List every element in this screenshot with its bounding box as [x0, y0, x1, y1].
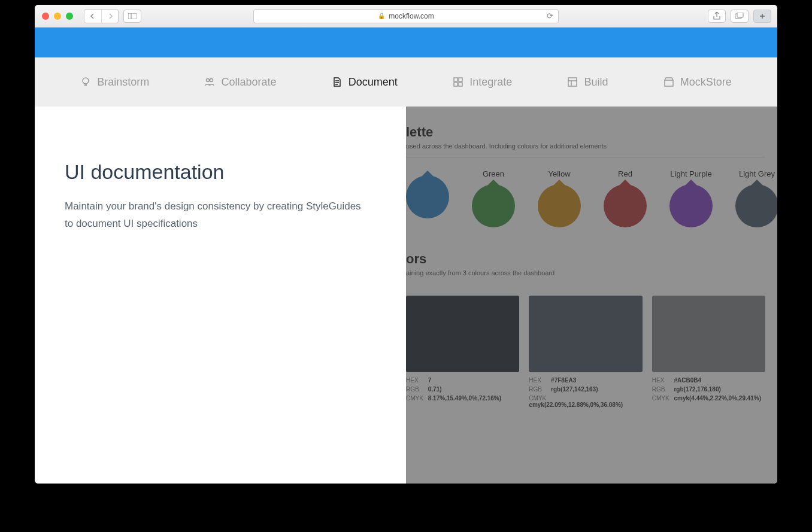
layout-icon	[567, 77, 578, 87]
svg-rect-11	[568, 78, 577, 86]
tab-label: MockStore	[680, 76, 732, 89]
share-button[interactable]	[708, 10, 726, 23]
reload-icon[interactable]: ⟳	[547, 11, 553, 20]
document-icon	[332, 77, 343, 87]
svg-rect-10	[459, 83, 462, 86]
url-text: mockflow.com	[389, 12, 434, 20]
palette-title: lette	[406, 124, 765, 140]
back-button[interactable]	[84, 10, 101, 23]
colors-title: ors	[406, 251, 765, 267]
color-swatch	[529, 296, 642, 372]
drop-label: Yellow	[538, 169, 581, 178]
drop-label: Light Purple	[669, 169, 713, 178]
right-controls	[708, 10, 771, 23]
tab-integrate[interactable]: Integrate	[453, 76, 512, 89]
sidebar-toggle-button[interactable]	[123, 10, 141, 23]
tabs-overview-button[interactable]	[731, 10, 749, 23]
drop-swatch	[604, 184, 647, 227]
nav-button-group	[84, 9, 119, 23]
color-swatch	[406, 296, 519, 372]
lock-icon: 🔒	[378, 13, 385, 19]
grid-icon	[453, 77, 463, 87]
feature-pane: UI documentation Maintain your brand's d…	[35, 107, 406, 484]
color-drop: Green	[472, 169, 515, 227]
maximize-window-button[interactable]	[66, 13, 73, 20]
feature-description: Maintain your brand's design consistency…	[65, 198, 370, 233]
svg-rect-14	[665, 80, 673, 86]
color-meta-line: CMYK cmyk(22.09%,12.88%,0%,36.08%)	[529, 395, 642, 408]
color-meta-line: RGB 0,71)	[406, 386, 519, 393]
titlebar: 🔒 mockflow.com ⟳	[35, 5, 777, 28]
styleguide-panel: lette used across the dashboard. Includi…	[406, 124, 765, 411]
tabs-row: Brainstorm Collaborate Document Integrat…	[35, 57, 777, 107]
drop-swatch	[735, 184, 777, 227]
tab-build[interactable]: Build	[567, 76, 608, 89]
color-meta-line: HEX 7	[406, 377, 519, 384]
drop-swatch	[538, 184, 581, 227]
tab-collaborate[interactable]: Collaborate	[204, 76, 276, 89]
color-meta-line: HEX #7F8EA3	[529, 377, 642, 384]
tab-label: Brainstorm	[97, 76, 149, 89]
tab-label: Integrate	[469, 76, 512, 89]
color-card: HEX #7F8EA3RGB rgb(127,142,163)CMYK cmyk…	[529, 296, 642, 411]
content-area: UI documentation Maintain your brand's d…	[35, 107, 777, 484]
svg-point-5	[207, 79, 210, 82]
color-drop: Red	[604, 169, 647, 227]
color-cards-row: HEX 7RGB 0,71)CMYK 8.17%,15.49%,0%,72.16…	[406, 296, 765, 411]
svg-point-4	[83, 78, 89, 84]
color-meta-line: RGB rgb(172,176,180)	[652, 386, 765, 393]
svg-rect-8	[459, 78, 462, 81]
tab-label: Document	[349, 76, 398, 89]
people-icon	[204, 77, 215, 87]
drop-label: Red	[604, 169, 647, 178]
color-drop	[406, 169, 449, 227]
tab-label: Collaborate	[221, 76, 276, 89]
color-meta-line: CMYK cmyk(4.44%,2.22%,0%,29.41%)	[652, 395, 765, 402]
drop-swatch	[472, 184, 515, 227]
svg-point-6	[210, 79, 213, 82]
drop-swatch	[669, 184, 713, 227]
tab-label: Build	[584, 76, 608, 89]
color-card: HEX 7RGB 0,71)CMYK 8.17%,15.49%,0%,72.16…	[406, 296, 519, 411]
preview-pane: lette used across the dashboard. Includi…	[406, 107, 777, 484]
color-swatch	[652, 296, 765, 372]
traffic-lights	[42, 13, 73, 20]
tab-document[interactable]: Document	[332, 76, 398, 89]
store-icon	[663, 77, 674, 87]
close-window-button[interactable]	[42, 13, 49, 20]
svg-rect-3	[737, 13, 743, 17]
colors-subtitle: aining exactly from 3 colours across the…	[406, 269, 765, 284]
browser-window: 🔒 mockflow.com ⟳ Brainstorm Collaborate	[35, 5, 777, 484]
tab-mockstore[interactable]: MockStore	[663, 76, 732, 89]
drop-label: Green	[472, 169, 515, 178]
color-meta-line: RGB rgb(127,142,163)	[529, 386, 642, 393]
forward-button[interactable]	[101, 10, 118, 23]
color-drop: Yellow	[538, 169, 581, 227]
color-meta-line: HEX #ACB0B4	[652, 377, 765, 384]
color-meta-line: CMYK 8.17%,15.49%,0%,72.16%)	[406, 395, 519, 402]
color-drop: Light Purple	[669, 169, 713, 227]
color-drop: Light Grey	[735, 169, 777, 227]
drop-swatch	[406, 175, 449, 218]
svg-rect-7	[454, 78, 457, 81]
palette-subtitle: used across the dashboard. Including col…	[406, 142, 765, 157]
url-bar[interactable]: 🔒 mockflow.com ⟳	[253, 9, 559, 23]
lightbulb-icon	[80, 77, 91, 87]
color-drops-row: GreenYellowRedLight PurpleLight Grey	[406, 169, 765, 227]
minimize-window-button[interactable]	[54, 13, 61, 20]
feature-title: UI documentation	[65, 160, 376, 184]
new-tab-button[interactable]	[753, 10, 771, 23]
svg-rect-9	[454, 83, 457, 86]
app-header	[35, 28, 777, 57]
drop-label: Light Grey	[735, 169, 777, 178]
tab-brainstorm[interactable]: Brainstorm	[80, 76, 149, 89]
svg-rect-0	[128, 13, 137, 19]
color-card: HEX #ACB0B4RGB rgb(172,176,180)CMYK cmyk…	[652, 296, 765, 411]
